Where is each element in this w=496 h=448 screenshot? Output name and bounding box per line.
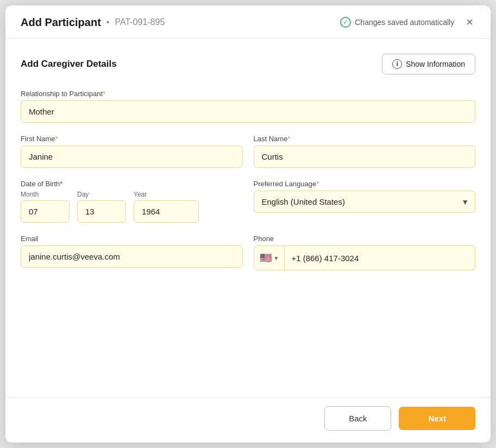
last-name-group: Last Name*: [254, 135, 476, 168]
close-button[interactable]: ×: [464, 15, 475, 29]
phone-label: Phone: [254, 235, 476, 243]
phone-group: Phone 🇺🇸 ▼: [254, 235, 476, 270]
dob-year-label: Year: [134, 191, 199, 198]
next-button[interactable]: Next: [399, 407, 475, 430]
form-section: Relationship to Participant* First Name*…: [21, 90, 475, 270]
dob-label: Date of Birth*: [21, 180, 243, 188]
modal-container: Add Participant • PAT-091-895 ✓ Changes …: [5, 5, 491, 443]
saved-text: Changes saved automatically: [355, 18, 454, 27]
dob-language-row: Date of Birth* Month Day Year: [21, 180, 475, 223]
relationship-input[interactable]: [21, 100, 475, 123]
show-information-button[interactable]: i Show Information: [382, 54, 475, 74]
relationship-row: Relationship to Participant*: [21, 90, 475, 123]
title-group: Add Participant • PAT-091-895: [21, 16, 165, 29]
saved-indicator: ✓ Changes saved automatically: [340, 17, 454, 28]
phone-field-group: 🇺🇸 ▼: [254, 245, 476, 270]
last-name-input[interactable]: [254, 146, 476, 168]
modal-separator: •: [106, 17, 110, 27]
relationship-label: Relationship to Participant*: [21, 90, 475, 98]
email-phone-row: Email Phone 🇺🇸 ▼: [21, 235, 475, 270]
check-circle-icon: ✓: [340, 17, 351, 28]
header-right: ✓ Changes saved automatically ×: [340, 15, 475, 29]
preferred-language-select[interactable]: English (United States): [254, 191, 476, 213]
modal-header: Add Participant • PAT-091-895 ✓ Changes …: [5, 5, 491, 39]
dob-year-group: Year: [134, 191, 199, 223]
first-name-group: First Name*: [21, 135, 243, 168]
dob-day-label: Day: [77, 191, 126, 198]
dob-month-input[interactable]: [21, 200, 70, 223]
section-title: Add Caregiver Details: [21, 59, 117, 70]
section-header: Add Caregiver Details i Show Information: [21, 54, 475, 74]
dob-month-label: Month: [21, 191, 70, 198]
last-name-label: Last Name*: [254, 135, 476, 143]
flag-chevron-icon: ▼: [274, 255, 279, 261]
email-label: Email: [21, 235, 243, 243]
flag-icon: 🇺🇸: [260, 252, 272, 264]
email-group: Email: [21, 235, 243, 270]
info-icon: i: [392, 59, 402, 69]
phone-input[interactable]: [285, 248, 475, 269]
first-name-input[interactable]: [21, 146, 243, 168]
relationship-group: Relationship to Participant*: [21, 90, 475, 123]
show-info-label: Show Information: [406, 60, 465, 68]
preferred-language-group: Preferred Language* English (United Stat…: [254, 180, 476, 223]
back-button[interactable]: Back: [324, 406, 391, 431]
modal-id: PAT-091-895: [115, 17, 165, 27]
name-row: First Name* Last Name*: [21, 135, 475, 168]
dob-year-input[interactable]: [134, 200, 199, 223]
modal-title: Add Participant: [21, 16, 101, 29]
phone-flag-selector[interactable]: 🇺🇸 ▼: [254, 246, 285, 270]
dob-day-group: Day: [77, 191, 126, 223]
email-input[interactable]: [21, 245, 243, 268]
language-select-wrapper: English (United States) ▼: [254, 191, 476, 213]
modal-body: Add Caregiver Details i Show Information…: [5, 39, 491, 397]
preferred-language-label: Preferred Language*: [254, 180, 476, 188]
first-name-label: First Name*: [21, 135, 243, 143]
dob-group: Date of Birth* Month Day Year: [21, 180, 243, 223]
modal-footer: Back Next: [5, 397, 491, 443]
dob-day-input[interactable]: [77, 200, 126, 223]
dob-fields: Month Day Year: [21, 191, 243, 223]
dob-month-group: Month: [21, 191, 70, 223]
